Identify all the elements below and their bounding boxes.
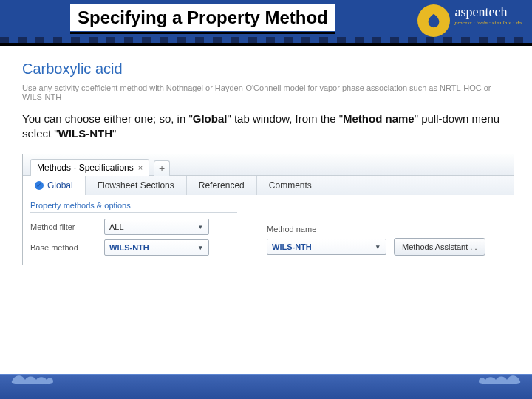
- tab-flowsheet-sections[interactable]: Flowsheet Sections: [86, 176, 187, 195]
- ornament-left-icon: [10, 369, 55, 386]
- tab-label: Flowsheet Sections: [98, 180, 174, 191]
- document-tab[interactable]: Methods - Specifications ×: [30, 159, 149, 176]
- check-icon: ✓: [35, 181, 44, 190]
- method-filter-dropdown[interactable]: ALL ▾: [104, 219, 209, 235]
- brand-name: aspentech: [454, 4, 522, 20]
- leaf-icon: [417, 4, 450, 37]
- tab-label: Global: [47, 180, 73, 191]
- chevron-down-icon: ▾: [195, 244, 205, 251]
- aspen-window: Methods - Specifications × + ✓ Global Fl…: [22, 154, 514, 265]
- label-method-name: Method name: [267, 225, 485, 233]
- close-icon[interactable]: ×: [138, 163, 143, 172]
- tab-comments[interactable]: Comments: [257, 176, 324, 195]
- section-subtitle: Use any activity coefficient method with…: [22, 83, 510, 101]
- method-name-value: WILS-NTH: [272, 242, 312, 251]
- slide-header: Specifying a Property Method aspentech p…: [0, 0, 532, 43]
- tab-label: Referenced: [199, 180, 245, 191]
- label-method-filter: Method filter: [30, 222, 97, 231]
- header-pattern: [0, 37, 532, 43]
- base-method-dropdown[interactable]: WILS-NTH ▾: [104, 239, 209, 256]
- document-tab-label: Methods - Specifications: [37, 163, 134, 173]
- brand-tagline: process · train · simulate · do: [454, 20, 522, 26]
- method-filter-value: ALL: [109, 222, 124, 231]
- method-name-dropdown[interactable]: WILS-NTH ▾: [267, 239, 386, 255]
- new-tab-button[interactable]: +: [154, 160, 170, 176]
- slide-footer: [0, 374, 532, 399]
- brand-logo: aspentech process · train · simulate · d…: [417, 4, 522, 37]
- base-method-value: WILS-NTH: [109, 243, 149, 252]
- ornament-right-icon: [477, 369, 522, 386]
- button-label: Methods Assistant . .: [402, 242, 477, 251]
- tab-global[interactable]: ✓ Global: [23, 176, 86, 195]
- section-title: Carboxylic acid: [22, 61, 510, 78]
- group-property-methods: Property methods & options: [30, 201, 237, 213]
- slide-title: Specifying a Property Method: [70, 4, 335, 31]
- label-base-method: Base method: [30, 243, 97, 252]
- header-rule: [0, 43, 532, 46]
- tab-referenced[interactable]: Referenced: [187, 176, 257, 195]
- tab-label: Comments: [269, 180, 312, 191]
- chevron-down-icon: ▾: [195, 223, 205, 231]
- plus-icon: +: [159, 163, 165, 174]
- instruction-text: You can choose either one; so, in "Globa…: [22, 112, 510, 142]
- methods-assistant-button[interactable]: Methods Assistant . .: [394, 238, 485, 256]
- chevron-down-icon: ▾: [372, 243, 383, 250]
